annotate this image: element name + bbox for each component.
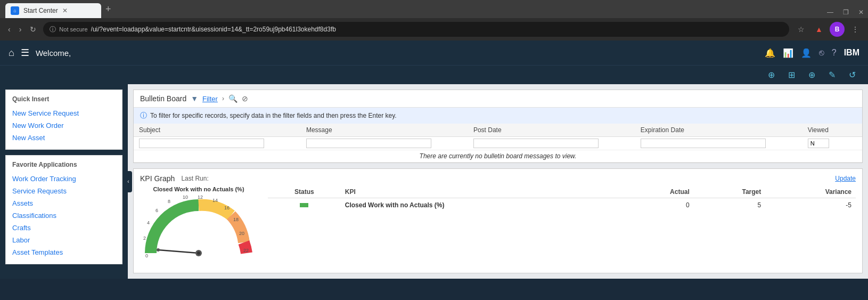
sidebar-link-work-order-tracking[interactable]: Work Order Tracking — [12, 173, 116, 185]
hamburger-menu-button[interactable]: ☰ — [21, 47, 29, 59]
kpi-name-cell: Closed Work with no Actuals (%) — [341, 198, 621, 213]
gauge-svg: 0 2 4 6 8 10 12 14 16 18 20 22 — [140, 194, 257, 264]
kpi-update-button[interactable]: Update — [835, 175, 856, 182]
svg-text:18: 18 — [233, 217, 239, 222]
chart-icon[interactable]: 📊 — [783, 48, 793, 58]
quick-insert-title: Quick Insert — [12, 95, 116, 103]
close-button[interactable]: ✕ — [854, 6, 868, 18]
kpi-col-name: KPI — [341, 186, 621, 198]
forward-button[interactable]: › — [17, 23, 24, 35]
tab-close-button[interactable]: ✕ — [62, 7, 68, 14]
reload-button[interactable]: ↻ — [27, 23, 39, 35]
breadcrumb-chevron: › — [222, 95, 224, 102]
fav-apps-section: Favorite Applications Work Order Trackin… — [5, 155, 122, 264]
filter-message-input[interactable] — [306, 139, 431, 148]
svg-text:6: 6 — [155, 208, 158, 213]
sidebar-link-crafts[interactable]: Crafts — [12, 222, 116, 234]
sidebar-link-classifications[interactable]: Classifications — [12, 209, 116, 222]
filter-expiration-date-input[interactable] — [641, 139, 766, 148]
sidebar-link-new-service-request[interactable]: New Service Request — [12, 107, 116, 119]
filter-post-date-input[interactable] — [473, 139, 599, 148]
kpi-col-target: Target — [694, 186, 765, 198]
svg-text:8: 8 — [168, 199, 170, 204]
svg-point-14 — [197, 252, 200, 255]
sidebar-link-new-work-order[interactable]: New Work Order — [12, 119, 116, 132]
menu-button[interactable]: ⋮ — [848, 22, 863, 37]
notification-icon[interactable]: 🔔 — [765, 48, 775, 58]
lock-icon: ⓘ — [50, 25, 56, 34]
col-message[interactable]: Message — [301, 124, 468, 137]
home-button[interactable]: ⌂ — [9, 47, 14, 59]
svg-text:14: 14 — [212, 198, 218, 203]
bulletin-board-title: Bulletin Board — [140, 94, 186, 103]
sidebar-link-assets[interactable]: Assets — [12, 197, 116, 209]
svg-text:12: 12 — [198, 194, 203, 200]
bulletin-board-header: Bulletin Board ▼ Filter › 🔍 ⊘ — [134, 90, 862, 108]
kpi-status-cell — [268, 198, 341, 213]
configure-button[interactable]: ⊕ — [804, 68, 819, 83]
address-bar[interactable]: ⓘ Not secure — [43, 22, 789, 37]
kpi-graph-widget: KPI Graph Last Run: Update Closed Work w… — [133, 168, 863, 273]
kpi-target-cell: 5 — [694, 198, 765, 213]
kpi-table-row: Closed Work with no Actuals (%) 0 5 -5 — [268, 198, 856, 213]
sidebar-link-service-requests[interactable]: Service Requests — [12, 185, 116, 197]
col-viewed[interactable]: Viewed — [803, 124, 862, 137]
tab-bar: ⌂ Start Center ✕ + — ❐ ✕ — [0, 0, 868, 18]
svg-text:22: 22 — [243, 248, 249, 253]
col-subject[interactable]: Subject — [134, 124, 301, 137]
kpi-table-header-row: Status KPI Actual Target Variance — [268, 186, 856, 198]
filter-funnel-icon: ▼ — [191, 94, 198, 103]
user-icon[interactable]: 👤 — [801, 48, 812, 58]
svg-text:20: 20 — [239, 231, 244, 236]
browser-nav-controls: ‹ › ↻ — [5, 23, 39, 35]
filter-subject-input[interactable] — [139, 139, 264, 148]
app-header: ⌂ ☰ Welcome, 🔔 📊 👤 ⎋ ? IBM — [0, 40, 868, 65]
new-tab-button[interactable]: + — [105, 4, 111, 15]
quick-insert-section: Quick Insert New Service Request New Wor… — [5, 90, 122, 150]
gauge-container: Closed Work with no Actuals (%) — [140, 186, 257, 264]
sidebar-link-new-asset[interactable]: New Asset — [12, 132, 116, 144]
collapse-handle[interactable]: ‹ — [125, 171, 132, 192]
bulletin-board-table: Subject Message Post Date Expiration Dat… — [134, 124, 862, 163]
svg-line-12 — [158, 250, 199, 253]
not-secure-label: Not secure — [59, 26, 87, 33]
filter-viewed-input[interactable] — [808, 139, 829, 148]
clear-filter-icon[interactable]: ⊘ — [242, 94, 248, 103]
address-bar-row: ‹ › ↻ ⓘ Not secure ☆ ▲ B ⋮ — [0, 18, 868, 40]
refresh-button[interactable]: ↺ — [845, 68, 859, 83]
svg-text:10: 10 — [183, 194, 188, 200]
help-icon[interactable]: ? — [832, 48, 837, 58]
back-button[interactable]: ‹ — [5, 23, 13, 35]
kpi-col-status: Status — [268, 186, 341, 198]
status-green-indicator — [300, 203, 308, 207]
active-tab[interactable]: ⌂ Start Center ✕ — [5, 3, 101, 18]
bulletin-filter-row — [134, 137, 862, 150]
edit-button[interactable]: ✎ — [824, 68, 839, 83]
filter-info-message: To filter for specific records, specify … — [150, 112, 397, 119]
filter-link[interactable]: Filter — [202, 95, 218, 103]
action-bar: ⊕ ⊞ ⊕ ✎ ↺ — [0, 65, 868, 84]
logout-icon[interactable]: ⎋ — [819, 48, 824, 58]
svg-text:16: 16 — [224, 205, 230, 210]
fav-apps-title: Favorite Applications — [12, 161, 116, 168]
kpi-col-actual: Actual — [621, 186, 694, 198]
kpi-title: KPI Graph — [140, 174, 175, 183]
layout-button[interactable]: ⊞ — [784, 68, 799, 83]
svg-text:4: 4 — [147, 220, 150, 225]
tab-title: Start Center — [23, 7, 58, 14]
kpi-col-variance: Variance — [765, 186, 856, 198]
col-post-date[interactable]: Post Date — [468, 124, 635, 137]
add-widget-button[interactable]: ⊕ — [764, 68, 779, 83]
app-welcome-title: Welcome, — [36, 48, 71, 58]
search-icon[interactable]: 🔍 — [228, 94, 238, 103]
minimize-button[interactable]: — — [823, 6, 838, 18]
svg-text:2: 2 — [143, 236, 146, 241]
url-input[interactable] — [91, 26, 783, 33]
col-expiration-date[interactable]: Expiration Date — [635, 124, 803, 137]
restore-button[interactable]: ❐ — [839, 6, 853, 18]
acrobat-button[interactable]: ▲ — [812, 22, 826, 37]
bookmark-button[interactable]: ☆ — [793, 22, 808, 37]
sidebar-link-asset-templates[interactable]: Asset Templates — [12, 246, 116, 258]
sidebar-link-labor[interactable]: Labor — [12, 234, 116, 246]
profile-button[interactable]: B — [830, 22, 845, 37]
